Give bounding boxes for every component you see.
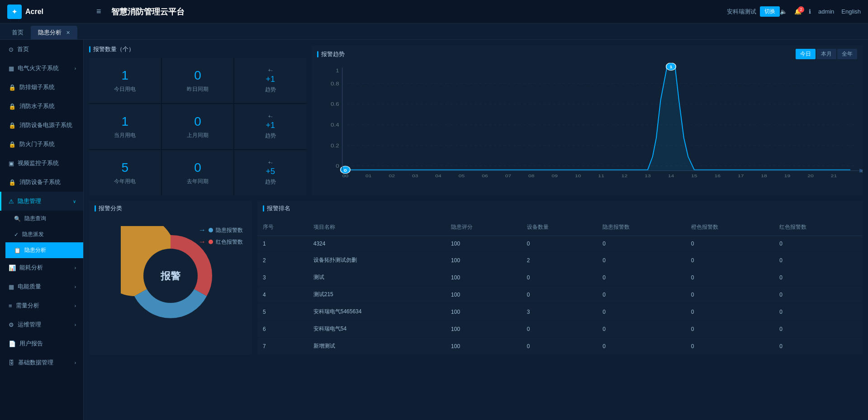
table-cell-index: 5 xyxy=(257,303,308,321)
logo-area: ✦ Acrel xyxy=(7,5,91,19)
table-cell-name: 安科瑞电气5465634 xyxy=(308,303,446,321)
col-name: 项目名称 xyxy=(308,219,446,236)
trend-month: +- +1 趋势 xyxy=(234,104,306,149)
tab-home[interactable]: 首页 xyxy=(5,26,31,39)
col-red: 红色报警数 xyxy=(774,219,863,236)
sidebar-item-electrical-fire[interactable]: ▦ 电气火灾子系统 › xyxy=(0,59,83,78)
trend-month-label: 趋势 xyxy=(265,132,276,140)
stat-last-month-label: 上月同期 xyxy=(187,132,209,139)
table-cell-hidden: 0 xyxy=(597,286,686,303)
info-icon[interactable]: ℹ xyxy=(809,8,811,15)
table-cell-red: 0 xyxy=(774,338,863,355)
speaker-icon[interactable]: 🔈 xyxy=(780,8,787,15)
svg-text:08: 08 xyxy=(528,173,535,178)
trend-day-diff: +- xyxy=(268,67,273,73)
svg-text:1: 1 xyxy=(336,68,339,73)
sidebar-item-demand[interactable]: ≡ 需量分析 › xyxy=(0,296,83,315)
sidebar-item-power-quality[interactable]: ▦ 电能质量 › xyxy=(0,277,83,296)
header-right: 🔈 🔔 2 ℹ admin English xyxy=(780,8,861,15)
table-cell-hidden: 0 xyxy=(597,252,686,269)
warning-icon: ⚠ xyxy=(9,198,14,205)
bottom-row: 报警分类 → 隐患报警数 → 红色报警数 xyxy=(89,201,863,355)
database-icon: 🗄 xyxy=(9,359,14,366)
svg-text:报警: 报警 xyxy=(160,270,181,282)
chevron-right-icon-3: › xyxy=(75,284,76,289)
col-hidden: 隐患报警数 xyxy=(597,219,686,236)
time-btn-year[interactable]: 全年 xyxy=(837,49,857,59)
sidebar-item-fire-door[interactable]: 🔒 防火门子系统 xyxy=(0,135,83,154)
sidebar-item-ops[interactable]: ⚙ 运维管理 › xyxy=(0,315,83,334)
sidebar-item-user-report[interactable]: 📄 用户报告 xyxy=(0,334,83,353)
table-cell-devices: 3 xyxy=(522,303,598,321)
sidebar-sub-hidden: 🔍 隐患查询 ✓ 隐患派发 📋 隐患分析 xyxy=(0,211,83,258)
sidebar-item-home[interactable]: ⊙ 首页 xyxy=(0,40,83,59)
time-buttons: 今日 本月 全年 xyxy=(796,49,857,59)
header-project: 安科瑞测试 切换 xyxy=(727,6,780,17)
table-cell-red: 0 xyxy=(774,236,863,252)
switch-button[interactable]: 切换 xyxy=(760,6,780,17)
time-btn-today[interactable]: 今日 xyxy=(796,49,816,59)
sidebar-item-hidden-mgmt[interactable]: ⚠ 隐患管理 ∨ xyxy=(0,192,83,211)
stat-last-year: 0 去年同期 xyxy=(162,150,234,195)
lock-icon-3: 🔒 xyxy=(9,103,16,110)
table-cell-name: 新增测试 xyxy=(308,338,446,355)
svg-text:16: 16 xyxy=(714,173,721,178)
svg-text:07: 07 xyxy=(505,173,512,178)
sidebar-item-water[interactable]: 🔒 消防水子系统 xyxy=(0,97,83,116)
sidebar-item-power[interactable]: 🔒 消防设备电源子系统 xyxy=(0,116,83,135)
table-cell-orange: 0 xyxy=(686,286,774,303)
stat-today-value: 1 xyxy=(122,68,129,83)
tab-close-icon[interactable]: ✕ xyxy=(66,30,70,35)
sidebar-item-smoke[interactable]: 🔒 防排烟子系统 xyxy=(0,78,83,97)
trend-panel: 报警趋势 今日 本月 全年 xyxy=(312,45,863,195)
classify-panel: 报警分类 → 隐患报警数 → 红色报警数 xyxy=(89,201,252,355)
ranking-panel: 报警排名 序号 项目名称 隐患评分 设备数量 隐患报警数 橙色报警数 红色报警数 xyxy=(257,201,863,355)
table-cell-name: 4324 xyxy=(308,236,446,252)
table-cell-orange: 0 xyxy=(686,236,774,252)
chevron-down-icon: ∨ xyxy=(73,199,76,204)
sidebar-item-video[interactable]: ▣ 视频监控子系统 xyxy=(0,154,83,173)
sidebar-item-energy[interactable]: 📊 能耗分析 › xyxy=(0,258,83,277)
table-cell-score: 100 xyxy=(446,338,522,355)
notification-bell[interactable]: 🔔 2 xyxy=(794,8,802,15)
stat-last-month-value: 0 xyxy=(194,114,201,129)
classify-title: 报警分类 xyxy=(89,201,252,212)
sidebar-item-fire-equip[interactable]: 🔒 消防设备子系统 xyxy=(0,173,83,192)
time-btn-month[interactable]: 本月 xyxy=(816,49,836,59)
stats-grid: 1 今日用电 0 昨日同期 +- +1 趋势 1 当月 xyxy=(89,58,306,195)
table-cell-index: 2 xyxy=(257,252,308,269)
sidebar-item-basic-data[interactable]: 🗄 基础数据管理 › xyxy=(0,353,83,372)
search-icon: 🔍 xyxy=(14,216,21,222)
ranking-title: 报警排名 xyxy=(257,201,863,214)
table-row: 7新增测试1000000 xyxy=(257,338,863,355)
trend-day: +- +1 趋势 xyxy=(234,58,306,103)
notification-badge: 2 xyxy=(798,6,804,13)
ranking-table-header: 序号 项目名称 隐患评分 设备数量 隐患报警数 橙色报警数 红色报警数 xyxy=(257,219,863,236)
trend-chart-svg: 0 0.2 0.4 0.6 0.8 1 0.05 xyxy=(312,63,863,189)
svg-text:20: 20 xyxy=(807,173,814,178)
svg-text:0: 0 xyxy=(344,168,347,172)
language-label[interactable]: English xyxy=(841,8,861,15)
svg-text:03: 03 xyxy=(412,173,418,178)
svg-text:06: 06 xyxy=(482,173,488,178)
table-cell-hidden: 0 xyxy=(597,321,686,338)
table-cell-devices: 0 xyxy=(522,269,598,286)
stat-last-year-label: 去年同期 xyxy=(187,178,209,185)
sidebar-item-hidden-query[interactable]: 🔍 隐患查询 xyxy=(5,211,83,227)
tab-analysis[interactable]: 隐患分析 ✕ xyxy=(31,26,77,39)
svg-text:14: 14 xyxy=(668,173,674,178)
stats-panel: 报警数量（个） 1 今日用电 0 昨日同期 +- +1 趋势 xyxy=(89,45,306,195)
sidebar-item-hidden-analysis[interactable]: 📋 隐患分析 xyxy=(5,242,83,258)
trend-year-diff: +- xyxy=(268,160,273,165)
sidebar-item-hidden-dispatch[interactable]: ✓ 隐患派发 xyxy=(5,227,83,242)
table-cell-name: 安科瑞电气54 xyxy=(308,321,446,338)
stat-year: 5 今年用电 xyxy=(89,150,161,195)
table-cell-hidden: 0 xyxy=(597,269,686,286)
table-cell-orange: 0 xyxy=(686,338,774,355)
menu-icon[interactable]: ≡ xyxy=(91,7,107,16)
svg-text:00: 00 xyxy=(342,173,349,178)
svg-text:0.05: 0.05 xyxy=(861,169,863,173)
table-cell-orange: 0 xyxy=(686,269,774,286)
stat-today-label: 今日用电 xyxy=(114,85,136,93)
top-header: ✦ Acrel ≡ 智慧消防管理云平台 安科瑞测试 切换 🔈 🔔 2 ℹ adm… xyxy=(0,0,868,24)
